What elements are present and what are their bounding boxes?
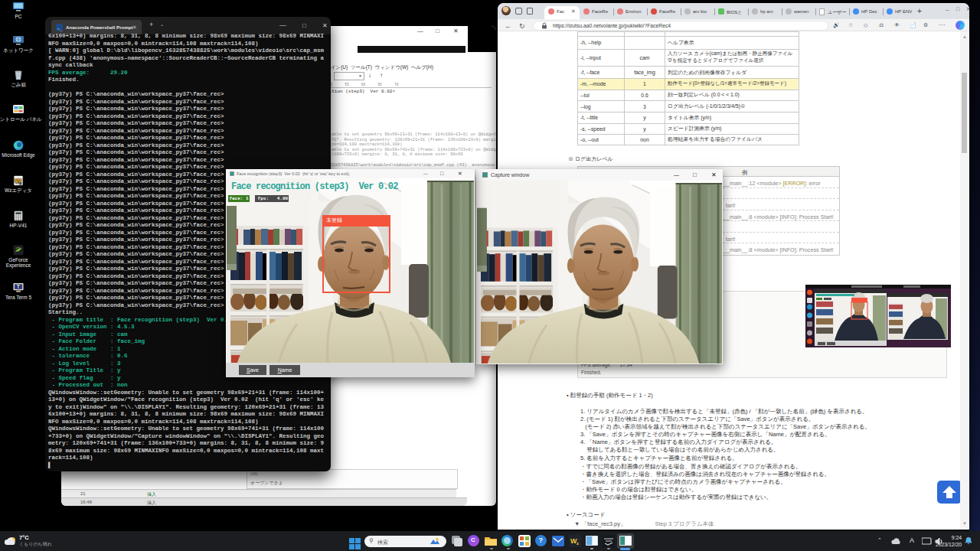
svg-text:z: z bbox=[577, 541, 579, 546]
svg-text:z: z bbox=[19, 181, 21, 185]
svg-text:T: T bbox=[17, 284, 20, 289]
